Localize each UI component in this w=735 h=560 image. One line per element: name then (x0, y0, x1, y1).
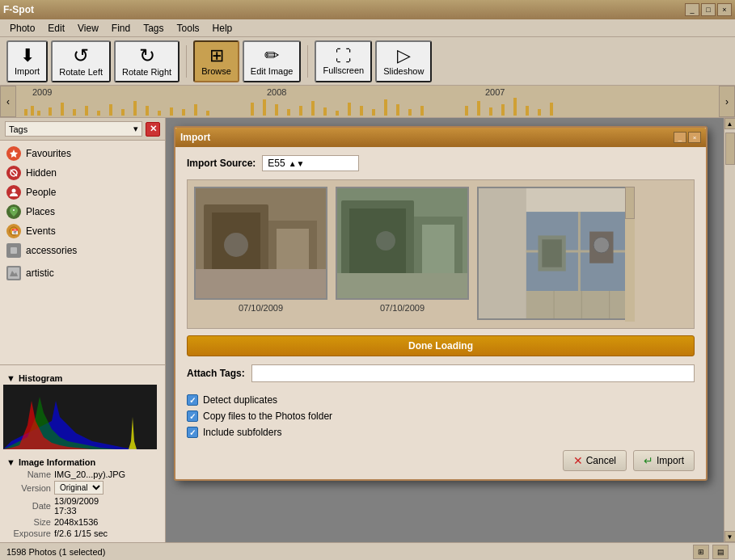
cancel-button[interactable]: ✕ Cancel (563, 450, 627, 471)
cancel-label: Cancel (586, 455, 616, 466)
maximize-button[interactable]: □ (701, 3, 716, 16)
svg-rect-29 (396, 104, 399, 116)
dialog-close-button[interactable]: × (688, 132, 701, 143)
status-text: 1598 Photos (1 selected) (6, 547, 105, 557)
close-tags-button[interactable]: ✕ (146, 122, 160, 137)
svg-rect-5 (73, 109, 76, 116)
histogram-header[interactable]: ▼ Histogram (3, 372, 162, 385)
events-icon: 📅 (6, 224, 21, 238)
include-subfolders-checkbox[interactable]: ✓ (187, 427, 198, 438)
import-dialog: Import _ × Import Source: E55 ▲▼ (174, 126, 708, 481)
tag-label-people: People (26, 187, 56, 198)
menu-tools[interactable]: Tools (171, 21, 206, 36)
svg-rect-23 (323, 107, 327, 116)
tag-item-accessories[interactable]: accessories (0, 241, 165, 260)
edit-image-button[interactable]: ✏ Edit Image (243, 40, 302, 82)
timeline-nav-right[interactable]: › (719, 86, 735, 117)
tag-item-places[interactable]: Places (0, 202, 165, 221)
copy-files-checkbox[interactable]: ✓ (187, 411, 198, 422)
import-source-row: Import Source: E55 ▲▼ (187, 155, 695, 171)
close-button[interactable]: × (717, 3, 732, 16)
dialog-minimize-button[interactable]: _ (674, 132, 686, 143)
svg-rect-26 (360, 106, 363, 116)
slideshow-button[interactable]: ▷ Slideshow (375, 40, 432, 82)
scroll-down-button[interactable]: ▼ (724, 531, 736, 542)
option-include-subfolders: ✓ Include subfolders (187, 424, 695, 440)
svg-rect-0 (24, 109, 27, 116)
photo-thumb-3-container[interactable] (477, 187, 635, 322)
dialog-photo-scrollbar[interactable] (625, 187, 635, 322)
tags-dropdown[interactable]: Tags ▾ (5, 121, 142, 137)
tag-label-places: Places (26, 206, 55, 217)
tag-list: Favourites Hidden People Places (0, 141, 165, 361)
tag-label-favourites: Favourites (26, 148, 71, 159)
photo-image-2 (336, 187, 469, 300)
detect-dupes-checkbox[interactable]: ✓ (187, 394, 198, 406)
progress-label: Done Loading (408, 340, 473, 352)
info-row-version: Version Original (3, 480, 162, 495)
photo-thumb-1[interactable]: 07/10/2009 (194, 187, 327, 322)
menu-tags[interactable]: Tags (137, 21, 170, 36)
photo-sim-2 (337, 188, 467, 298)
image-info-label: Image Information (19, 457, 95, 467)
attach-tags-input[interactable] (251, 364, 695, 382)
menu-find[interactable]: Find (105, 21, 137, 36)
svg-rect-8 (109, 104, 112, 116)
photo-image-3 (477, 187, 635, 320)
timeline-content: 2009 2008 2007 (16, 86, 719, 117)
import-source-combo[interactable]: E55 ▲▼ (262, 155, 359, 171)
hidden-icon (6, 166, 21, 180)
dialog-footer: ✕ Cancel ↵ Import (187, 444, 695, 471)
status-btn-1[interactable]: ⊞ (693, 545, 709, 559)
tag-item-favourites[interactable]: Favourites (0, 144, 165, 163)
image-info-header[interactable]: ▼ Image Information (3, 456, 162, 469)
rotate-right-button[interactable]: ↻ Rotate Right (114, 40, 180, 82)
toolbar-separator-2 (307, 45, 308, 78)
histogram-section: ▼ Histogram (0, 368, 165, 453)
histogram-canvas (3, 385, 157, 449)
svg-rect-19 (275, 104, 278, 116)
svg-rect-62 (422, 225, 454, 273)
svg-rect-38 (538, 109, 541, 116)
slideshow-label: Slideshow (383, 66, 424, 76)
fullscreen-icon: ⛶ (336, 48, 352, 64)
version-select[interactable]: Original (54, 481, 103, 495)
tag-item-hidden[interactable]: Hidden (0, 163, 165, 183)
tag-item-artistic[interactable]: artistic (0, 263, 165, 283)
combo-arrow-icon: ▲▼ (289, 159, 305, 168)
rotate-right-icon: ↻ (139, 46, 155, 65)
menu-edit[interactable]: Edit (41, 21, 71, 36)
tag-item-events[interactable]: 📅 Events (0, 221, 165, 241)
menu-help[interactable]: Help (206, 21, 239, 36)
scroll-up-button[interactable]: ▲ (724, 118, 736, 129)
svg-rect-6 (85, 106, 88, 116)
import-button-dialog[interactable]: ↵ Import (633, 450, 695, 471)
status-btn-2[interactable]: ▤ (712, 545, 729, 559)
import-source-value: E55 (268, 158, 285, 169)
app-title: F-Spot (3, 4, 34, 15)
rotate-left-button[interactable]: ↺ Rotate Left (51, 40, 111, 82)
svg-rect-56 (196, 269, 327, 300)
timeline-nav-left[interactable]: ‹ (0, 86, 16, 117)
svg-rect-34 (489, 107, 492, 116)
fullscreen-button[interactable]: ⛶ Fullscreen (315, 40, 372, 82)
browse-button[interactable]: ⊞ Browse (193, 40, 239, 82)
info-value-exposure: f/2.6 1/15 sec (54, 528, 108, 538)
timeline-bars-svg (16, 95, 719, 117)
attach-tags-row: Attach Tags: (187, 364, 695, 382)
svg-marker-40 (10, 149, 18, 158)
photo-thumb-2[interactable]: 07/10/2009 (336, 187, 469, 322)
minimize-button[interactable]: _ (685, 3, 699, 16)
menu-photo[interactable]: Photo (3, 21, 41, 36)
dialog-title-bar: Import _ × (175, 128, 706, 147)
svg-point-79 (593, 237, 610, 253)
import-button[interactable]: ⬇ Import (6, 40, 48, 82)
toolbar-separator (186, 45, 187, 78)
svg-rect-36 (513, 98, 517, 116)
photo-sim-1 (196, 188, 326, 298)
menu-view[interactable]: View (71, 21, 105, 36)
tag-item-people[interactable]: People (0, 183, 165, 202)
svg-rect-73 (479, 188, 526, 319)
dialog-title-controls: _ × (674, 132, 701, 143)
svg-rect-12 (158, 111, 161, 116)
